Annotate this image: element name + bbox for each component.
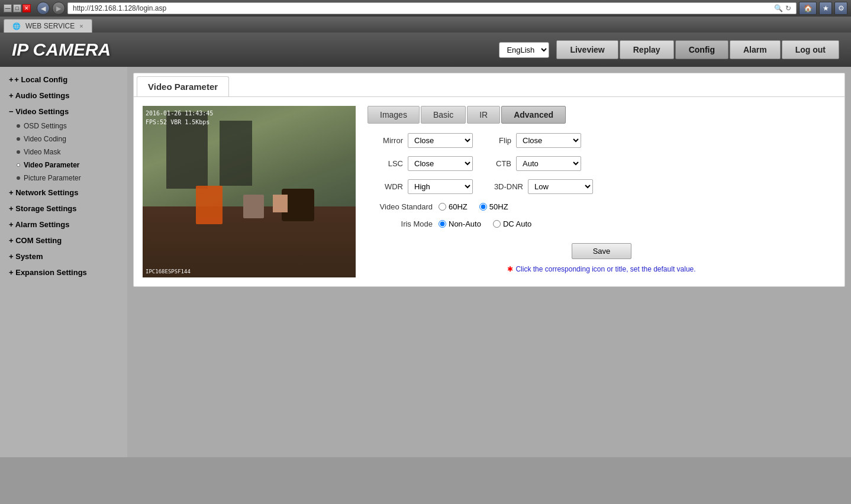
sidebar-subitem-osd[interactable]: OSD Settings (0, 119, 127, 133)
sidebar-item-audio-settings[interactable]: + Audio Settings (0, 88, 127, 104)
panel-body: 2016-01-26 11:43:45 FPS:52 VBR 1.5Kbps I… (134, 96, 844, 286)
app-title: IP CAMERA (12, 40, 111, 60)
video-standard-options: 60HZ 50HZ (439, 202, 508, 211)
tab-liveview[interactable]: Liveview (556, 40, 618, 59)
camera-preview: 2016-01-26 11:43:45 FPS:52 VBR 1.5Kbps I… (143, 106, 356, 277)
app-header: IP CAMERA EngLish 中文 Liveview Replay Con… (0, 33, 851, 67)
iris-mode-label: Iris Mode (368, 219, 433, 228)
back-button[interactable]: ◀ (37, 2, 50, 15)
wdr-dnr-row: WDR Low Middle High Close 3D-DNR (368, 179, 836, 194)
panel-content: 2016-01-26 11:43:45 FPS:52 VBR 1.5Kbps I… (143, 106, 836, 277)
sidebar: + + Local Config + Audio Settings − Vide… (0, 67, 127, 457)
tab-ir[interactable]: IR (467, 106, 500, 124)
sidebar-item-network-settings[interactable]: + Network Settings (0, 185, 127, 201)
tab-close-icon[interactable]: × (79, 22, 83, 30)
iris-dc-auto-radio[interactable] (493, 220, 501, 228)
content-area: + + Local Config + Audio Settings − Vide… (0, 67, 851, 457)
iris-dc-auto-option[interactable]: DC Auto (493, 219, 531, 228)
sidebar-item-alarm-settings[interactable]: + Alarm Settings (0, 217, 127, 232)
maximize-button[interactable]: □ (13, 4, 21, 12)
tab-label: WEB SERVICE (25, 22, 75, 30)
sidebar-subitem-video-mask[interactable]: Video Mask (0, 146, 127, 159)
wdr-select[interactable]: Low Middle High Close (408, 179, 473, 194)
collapse-icon-video: − (9, 107, 14, 116)
ctb-label: CTB (491, 159, 511, 168)
settings-tabs: Images Basic IR Advanced (368, 106, 836, 124)
wdr-label: WDR (368, 182, 403, 191)
iris-mode-options: Non-Auto DC Auto (439, 219, 531, 228)
save-section: Save ✱ Click the corresponding icon or t… (368, 240, 836, 273)
close-button[interactable]: ✕ (22, 4, 31, 12)
vs-50hz-radio[interactable] (479, 203, 487, 211)
sidebar-subitem-picture-parameter[interactable]: Picture Parameter (0, 172, 127, 185)
address-bar[interactable]: http://192.168.1.128/login.asp 🔍 ↻ (67, 2, 797, 14)
hint-text: Click the corresponding icon or title, s… (515, 265, 695, 273)
iris-non-auto-option[interactable]: Non-Auto (439, 219, 481, 228)
bullet-osd (17, 124, 20, 128)
sidebar-item-com-setting[interactable]: + COM Setting (0, 232, 127, 248)
bullet-mask (17, 150, 20, 154)
sidebar-item-local-config[interactable]: + + Local Config (0, 72, 127, 88)
expand-icon: + (9, 75, 14, 84)
search-icon[interactable]: 🔍 (774, 4, 783, 12)
tab-replay[interactable]: Replay (620, 40, 674, 59)
vs-50hz-option[interactable]: 50HZ (479, 202, 508, 211)
dnr-label: 3D-DNR (491, 182, 523, 191)
language-select[interactable]: EngLish 中文 (499, 42, 549, 58)
lsc-label: LSC (368, 159, 403, 168)
star-button[interactable]: ★ (819, 2, 832, 15)
sidebar-subitem-video-coding[interactable]: Video Coding (0, 133, 127, 146)
camera-overlay-text: 2016-01-26 11:43:45 FPS:52 VBR 1.5Kbps (146, 109, 213, 127)
home-button[interactable]: 🏠 (799, 2, 817, 15)
tab-logout[interactable]: Log out (782, 40, 839, 59)
header-right: EngLish 中文 Liveview Replay Config Alarm … (499, 40, 839, 59)
minimize-button[interactable]: — (4, 4, 12, 12)
mirror-select[interactable]: Close Open (408, 133, 473, 148)
nav-tabs: Liveview Replay Config Alarm Log out (556, 40, 839, 59)
iris-non-auto-radio[interactable] (439, 220, 446, 228)
hint-row: ✱ Click the corresponding icon or title,… (368, 265, 836, 273)
tab-images[interactable]: Images (368, 106, 420, 124)
url-text: http://192.168.1.128/login.asp (73, 4, 166, 12)
forward-button[interactable]: ▶ (52, 2, 65, 15)
vs-60hz-radio[interactable] (439, 203, 446, 211)
settings-icon[interactable]: ⚙ (834, 2, 847, 15)
sidebar-item-storage-settings[interactable]: + Storage Settings (0, 201, 127, 217)
main-panel: Video Parameter (127, 67, 851, 457)
dnr-select[interactable]: Low Middle High Close (528, 179, 593, 194)
sidebar-subitem-video-parameter[interactable]: Video Parameter (0, 159, 127, 172)
bullet-parameter (17, 163, 20, 167)
save-button[interactable]: Save (572, 243, 632, 259)
sidebar-item-video-settings[interactable]: − Video Settings (0, 104, 127, 119)
window-controls[interactable]: — □ ✕ (4, 4, 31, 12)
sidebar-item-system[interactable]: + System (0, 248, 127, 264)
ctb-select[interactable]: Auto Manual (516, 156, 581, 171)
bullet-picture (17, 176, 20, 180)
mirror-label: Mirror (368, 136, 403, 145)
tab-config[interactable]: Config (675, 40, 728, 59)
tab-icon: 🌐 (12, 22, 21, 30)
panel-card: Video Parameter (133, 73, 845, 287)
lsc-ctb-row: LSC Close Open CTB Auto Manual (368, 156, 836, 171)
browser-tab[interactable]: 🌐 WEB SERVICE × (4, 19, 92, 33)
flip-label: Flip (491, 136, 511, 145)
tab-alarm[interactable]: Alarm (730, 40, 781, 59)
camera-id-text: IPC168ESPSF144 (146, 269, 191, 274)
video-standard-label: Video Standard (368, 202, 433, 211)
video-standard-row: Video Standard 60HZ 50HZ (368, 202, 836, 211)
settings-panel: Images Basic IR Advanced Mirror Close (368, 106, 836, 277)
flip-select[interactable]: Close Open (516, 133, 581, 148)
lsc-select[interactable]: Close Open (408, 156, 473, 171)
hint-star-icon: ✱ (507, 265, 513, 273)
bullet-coding (17, 137, 20, 141)
sidebar-item-expansion-settings[interactable]: + Expansion Settings (0, 264, 127, 280)
mirror-flip-row: Mirror Close Open Flip Close Op (368, 133, 836, 148)
vs-60hz-option[interactable]: 60HZ (439, 202, 468, 211)
expand-icon-audio: + (9, 91, 14, 100)
iris-mode-row: Iris Mode Non-Auto DC Auto (368, 219, 836, 228)
tab-advanced[interactable]: Advanced (501, 106, 566, 124)
tab-basic[interactable]: Basic (421, 106, 466, 124)
panel-title-tab: Video Parameter (137, 76, 229, 96)
refresh-icon[interactable]: ↻ (785, 4, 791, 12)
